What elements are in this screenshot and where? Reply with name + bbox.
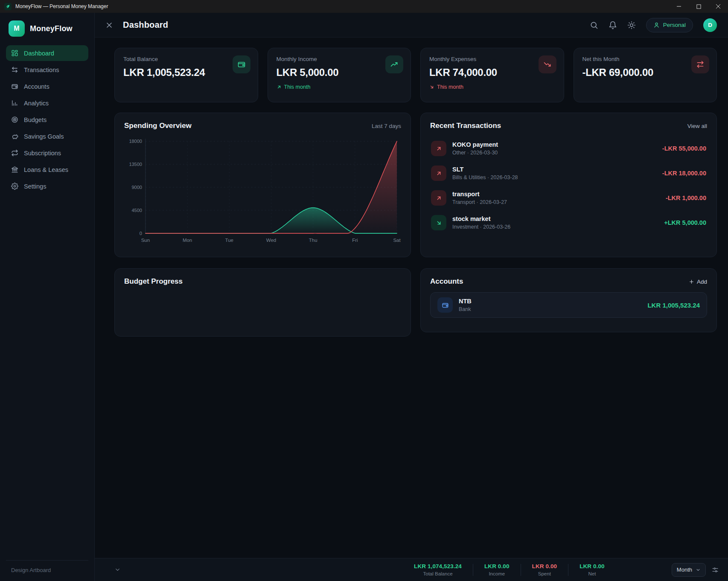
stat-card-monthly-expenses: Monthly Expenses LKR 74,000.00 This mont…: [420, 48, 564, 102]
transaction-row[interactable]: transport Transport · 2026-03-27 -LKR 1,…: [430, 186, 707, 210]
collapse-bar-button[interactable]: [114, 566, 121, 573]
page-title: Dashboard: [123, 20, 168, 30]
spending-chart: 0450090001350018000SunMonTueWedThuFriSat: [124, 134, 401, 246]
sliders-icon: [712, 566, 719, 573]
svg-text:13500: 13500: [129, 162, 142, 167]
sidebar-item-loans-leases[interactable]: Loans & Leases: [6, 162, 88, 177]
transaction-row[interactable]: SLT Bills & Utilities · 2026-03-28 -LKR …: [430, 161, 707, 186]
svg-text:9000: 9000: [132, 185, 142, 190]
close-view-button[interactable]: [105, 21, 114, 29]
maximize-button[interactable]: [689, 0, 708, 13]
transaction-amount: -LKR 18,000.00: [662, 170, 706, 177]
bell-icon: [609, 21, 617, 29]
sidebar-item-label: Savings Goals: [24, 133, 64, 140]
stat-card-total-balance: Total Balance LKR 1,005,523.24: [114, 48, 258, 102]
gear-icon: [11, 183, 18, 190]
period-select[interactable]: Month: [672, 563, 706, 577]
maximize-icon: [696, 4, 701, 9]
stat-label: Net this Month: [582, 56, 708, 62]
plus-icon: [689, 279, 694, 285]
filter-settings-button[interactable]: [712, 566, 719, 573]
wallet-icon: [11, 83, 18, 90]
sidebar-item-settings[interactable]: Settings: [6, 178, 88, 194]
sidebar-item-analytics[interactable]: Analytics: [6, 95, 88, 111]
svg-text:Sun: Sun: [141, 238, 150, 243]
transaction-row[interactable]: KOKO payment Other · 2026-03-30 -LKR 55,…: [430, 136, 707, 161]
brand-logo: M: [9, 20, 25, 37]
transaction-meta: Bills & Utilities · 2026-03-28: [452, 174, 518, 180]
svg-text:Mon: Mon: [183, 238, 192, 243]
bar-chart-icon: [11, 99, 18, 107]
sidebar-item-label: Budgets: [24, 116, 47, 123]
stat-label: Monthly Income: [277, 56, 402, 62]
svg-text:Tue: Tue: [225, 238, 233, 243]
stat-value: LKR 74,000.00: [429, 67, 555, 78]
stat-value: LKR 1,005,523.24: [123, 67, 249, 78]
page-header: Dashboard Personal D: [95, 13, 728, 38]
account-balance: LKR 1,005,523.24: [647, 302, 700, 309]
sidebar-item-savings-goals[interactable]: Savings Goals: [6, 128, 88, 144]
close-window-button[interactable]: [708, 0, 728, 13]
view-all-link[interactable]: View all: [687, 123, 707, 129]
notifications-button[interactable]: [609, 21, 617, 29]
close-view-icon: [105, 21, 114, 29]
minimize-icon: [676, 4, 681, 9]
landmark-icon: [11, 166, 18, 173]
person-icon: [653, 22, 660, 28]
stat-note: This month: [277, 84, 402, 90]
workspace-label: Personal: [663, 22, 686, 28]
window-title: MoneyFlow — Personal Money Manager: [15, 3, 108, 9]
sidebar-item-label: Dashboard: [24, 50, 54, 57]
avatar[interactable]: D: [703, 18, 717, 32]
transaction-meta: Investment · 2026-03-26: [452, 224, 510, 230]
summary-net: LKR 0.00 Net: [568, 563, 616, 576]
transaction-meta: Transport · 2026-03-27: [452, 199, 507, 205]
bank-wallet-icon: [437, 297, 453, 313]
sidebar-item-label: Settings: [24, 183, 46, 190]
svg-text:0: 0: [140, 231, 142, 236]
transaction-name: transport: [452, 191, 507, 198]
brand-name: MoneyFlow: [30, 24, 73, 33]
stat-card-monthly-income: Monthly Income LKR 5,000.00 This month: [268, 48, 411, 102]
trending-down-icon: [539, 55, 556, 73]
theme-toggle-button[interactable]: [627, 21, 636, 29]
arrow-up-right-icon: [431, 190, 446, 206]
target-icon: [11, 116, 18, 123]
accounts-title: Accounts: [430, 277, 463, 286]
svg-text:Sat: Sat: [393, 238, 401, 243]
search-button[interactable]: [590, 21, 598, 29]
piggy-bank-icon: [11, 133, 18, 140]
sidebar-item-dashboard[interactable]: Dashboard: [6, 45, 88, 61]
transaction-amount: -LKR 55,000.00: [662, 145, 706, 152]
minimize-button[interactable]: [669, 0, 689, 13]
stat-cards: Total Balance LKR 1,005,523.24 Monthly I…: [114, 48, 717, 102]
sidebar-item-transactions[interactable]: Transactions: [6, 62, 88, 78]
search-icon: [590, 21, 598, 29]
sidebar-item-label: Accounts: [24, 83, 50, 90]
stat-label: Total Balance: [123, 56, 249, 62]
sidebar-item-subscriptions[interactable]: Subscriptions: [6, 145, 88, 161]
sidebar: M MoneyFlow Dashboard Transactions Accou…: [0, 13, 95, 581]
transaction-name: KOKO payment: [452, 141, 498, 148]
sidebar-item-label: Analytics: [24, 100, 49, 107]
svg-text:4500: 4500: [132, 208, 142, 213]
close-icon: [716, 4, 721, 9]
account-name: NTB: [459, 298, 472, 305]
svg-text:Fri: Fri: [352, 238, 358, 243]
account-row[interactable]: NTB Bank LKR 1,005,523.24: [430, 292, 707, 318]
transaction-list: KOKO payment Other · 2026-03-30 -LKR 55,…: [430, 136, 707, 235]
summary-stats: LKR 1,074,523.24 Total Balance LKR 0.00 …: [403, 563, 616, 576]
arrows-left-right-icon: [11, 66, 18, 73]
brand: M MoneyFlow: [6, 20, 88, 45]
trending-up-icon: [385, 55, 403, 73]
transaction-name: stock market: [452, 215, 510, 222]
workspace-button[interactable]: Personal: [646, 18, 693, 32]
transaction-row[interactable]: stock market Investment · 2026-03-26 +LK…: [430, 210, 707, 235]
sidebar-item-budgets[interactable]: Budgets: [6, 112, 88, 128]
sidebar-item-accounts[interactable]: Accounts: [6, 78, 88, 94]
account-type: Bank: [459, 306, 472, 312]
stat-value: -LKR 69,000.00: [582, 67, 708, 78]
transaction-meta: Other · 2026-03-30: [452, 150, 498, 156]
add-account-button[interactable]: Add: [689, 279, 707, 285]
repeat-icon: [11, 149, 18, 157]
